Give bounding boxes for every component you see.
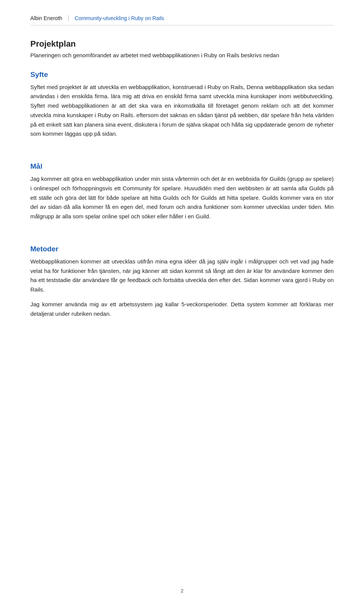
section-heading-metoder: Metoder (30, 245, 334, 253)
page-header: Albin Eneroth Community-utveckling i Rub… (30, 15, 334, 25)
header-title: Community-utveckling i Ruby on Rails (75, 15, 164, 21)
metoder-paragraph-2: Jag kommer använda mig av ett arbetssyst… (30, 300, 334, 319)
header-author: Albin Eneroth (30, 15, 69, 21)
main-title: Projektplan (30, 39, 334, 49)
main-subtitle: Planeringen och genomförandet av arbetet… (30, 51, 334, 60)
section-heading-mal: Mål (30, 162, 334, 171)
page-number: 2 (180, 588, 183, 594)
mal-paragraph-1: Jag kommer att göra en webbapplikation u… (30, 174, 334, 221)
syfte-paragraph-1: Syftet med projektet är att utveckla en … (30, 83, 334, 139)
section-heading-syfte: Syfte (30, 71, 334, 79)
metoder-paragraph-1: Webbapplikationen kommer att utvecklas u… (30, 257, 334, 295)
page: Albin Eneroth Community-utveckling i Rub… (0, 0, 364, 605)
